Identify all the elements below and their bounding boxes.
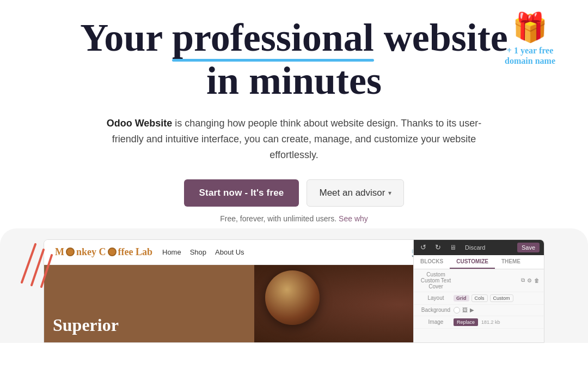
layout-grid[interactable]: Grid [454,295,469,301]
image-values: Replace 181.2 kb [454,318,500,326]
meet-advisor-label: Meet an advisor [319,188,385,198]
block-name-row: Custom Custom Text Cover ⧉ ⚙ 🗑 [414,269,544,292]
layout-values: Grid Cols Custom [454,294,513,302]
nav-about[interactable]: About Us [215,248,244,256]
nav-shop[interactable]: Shop [190,248,206,256]
delete-icon[interactable]: 🗑 [534,277,540,283]
cta-subtitle: Free, forever, with unlimited users. See… [44,214,544,223]
chevron-down-icon: ▾ [388,189,391,197]
image-row: Image Replace 181.2 kb [414,316,544,329]
editor-panel: ↺ ↻ 🖥 Discard Save BLOCKS CUSTOMIZE THEM… [413,240,544,343]
layout-row: Layout Grid Cols Custom [414,292,544,305]
hero-description: Odoo Website is changing how people thin… [98,116,490,162]
layout-label: Layout [418,295,454,301]
website-preview: Mnkey Cffee Lab Home Shop About Us 🛒 Kat… [44,239,544,343]
block-name-label: Custom Custom Text Cover [418,272,454,289]
settings-icon[interactable]: ⚙ [527,277,532,283]
layout-custom[interactable]: Custom [490,294,513,302]
replace-button[interactable]: Replace [454,318,478,326]
save-button[interactable]: Save [517,243,540,252]
nav-home[interactable]: Home [162,248,181,256]
underline-word: professional [172,16,374,59]
svg-line-2 [41,255,52,287]
meet-advisor-button[interactable]: Meet an advisor ▾ [307,179,404,207]
svg-line-1 [32,250,44,285]
mock-nav-links: Home Shop About Us [162,248,244,256]
background-values: 🖼 ▶ [454,307,474,313]
cta-buttons: Start now - It's free Meet an advisor ▾ [44,179,544,207]
mock-hero-text: Superior [53,315,119,335]
background-label: Background [418,307,454,313]
subtitle-text: Free, forever, with unlimited users. [220,214,336,223]
desktop-icon: 🖥 [450,244,456,251]
bg-video-icon[interactable]: ▶ [470,307,474,313]
decorative-lines [16,239,54,288]
bg-color-white[interactable] [454,307,460,313]
copy-icon[interactable]: ⧉ [521,277,525,283]
tab-theme[interactable]: THEME [495,255,527,269]
editor-tabs: BLOCKS CUSTOMIZE THEME [414,255,544,269]
see-why-link[interactable]: See why [339,214,368,223]
tab-customize[interactable]: CUSTOMIZE [450,255,495,269]
mock-logo: Mnkey Cffee Lab [55,246,152,258]
undo-button[interactable]: ↺ [418,243,428,252]
file-size: 181.2 kb [481,319,500,325]
hero-title-line1: Your professional website [44,16,544,59]
discard-button[interactable]: Discard [461,243,489,252]
bg-image-icon[interactable]: 🖼 [462,307,468,313]
start-now-button[interactable]: Start now - It's free [184,179,299,207]
tab-blocks[interactable]: BLOCKS [414,255,450,269]
image-label: Image [418,319,454,325]
coffee-cup [265,270,320,325]
editor-toolbar: ↺ ↻ 🖥 Discard Save [414,240,544,255]
hero-title: Your professional website in minutes [44,16,544,102]
layout-cols[interactable]: Cols [471,294,488,302]
hero-title-line2: in minutes [44,59,544,102]
redo-button[interactable]: ↻ [433,243,443,252]
mock-hero-left: Superior [44,265,254,343]
background-row: Background 🖼 ▶ [414,305,544,316]
brand-name: Odoo Website [107,118,173,129]
device-icons: 🖥 [450,244,456,251]
website-mockup: Mnkey Cffee Lab Home Shop About Us 🛒 Kat… [44,239,544,343]
